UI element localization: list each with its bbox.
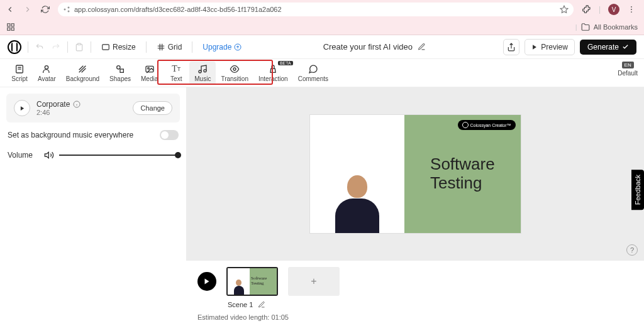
timeline: Software Testing +: [186, 261, 644, 300]
track-play-icon[interactable]: [14, 100, 30, 116]
tool-background[interactable]: Background: [61, 62, 104, 85]
canvas[interactable]: Colossyan Creator™ SoftwareTesting ?: [186, 87, 644, 261]
all-bookmarks[interactable]: All Bookmarks: [594, 23, 638, 31]
reload-icon[interactable]: [40, 4, 50, 14]
svg-marker-34: [205, 279, 209, 285]
track-name: Corporate: [36, 100, 70, 109]
tool-avatar[interactable]: Avatar: [33, 62, 61, 85]
svg-point-18: [45, 66, 48, 69]
svg-rect-9: [8, 28, 10, 30]
bg-music-label: Set as background music everywhere: [8, 131, 133, 139]
site-info-icon: [63, 6, 70, 13]
profile-avatar[interactable]: V: [608, 4, 619, 15]
slide-preview[interactable]: Colossyan Creator™ SoftwareTesting: [310, 115, 521, 233]
volume-slider[interactable]: [59, 155, 179, 156]
change-track-button[interactable]: Change: [133, 101, 172, 115]
svg-point-22: [117, 66, 120, 69]
star-icon[interactable]: [560, 5, 569, 14]
generate-button[interactable]: Generate: [580, 40, 636, 55]
svg-point-25: [147, 67, 149, 69]
share-button[interactable]: [503, 39, 519, 55]
svg-point-1: [68, 7, 69, 8]
timeline-play-icon[interactable]: [197, 272, 216, 291]
app-logo[interactable]: [8, 40, 21, 54]
forward-icon[interactable]: [23, 4, 33, 14]
resize-button[interactable]: Resize: [97, 41, 140, 53]
avatar-figure: [332, 170, 382, 233]
add-scene-button[interactable]: +: [288, 267, 340, 296]
address-bar[interactable]: app.colossyan.com/drafts/d3cec682-ad8f-4…: [58, 3, 574, 16]
svg-point-0: [64, 9, 65, 10]
svg-rect-11: [78, 43, 81, 45]
speaker-icon: [44, 150, 54, 160]
svg-point-5: [631, 9, 632, 10]
back-icon[interactable]: [5, 4, 15, 14]
svg-rect-8: [11, 23, 14, 26]
tools-toolbar: Script Avatar Background Shapes Media TT…: [0, 59, 644, 87]
document-title: Create your first AI video: [323, 42, 426, 52]
svg-marker-3: [560, 6, 568, 13]
svg-marker-33: [45, 152, 48, 158]
extensions-icon[interactable]: [581, 4, 591, 14]
music-panel: Corporate 2:46 Change Set as background …: [0, 87, 186, 326]
svg-rect-7: [8, 23, 10, 26]
paste-icon[interactable]: [74, 42, 84, 52]
svg-marker-14: [533, 45, 536, 50]
svg-rect-10: [11, 28, 14, 30]
edit-title-icon[interactable]: [418, 43, 426, 51]
svg-point-28: [233, 68, 236, 70]
apps-icon[interactable]: [6, 23, 15, 31]
bg-music-toggle[interactable]: [160, 130, 179, 140]
watermark-badge: Colossyan Creator™: [458, 120, 516, 130]
estimated-length: Estimated video length: 01:05: [186, 311, 644, 326]
bookmark-bar: | All Bookmarks: [0, 19, 644, 35]
redo-icon[interactable]: [51, 42, 61, 52]
edit-scene-icon[interactable]: [258, 301, 265, 308]
volume-label: Volume: [8, 151, 39, 160]
svg-rect-23: [120, 69, 123, 72]
track-duration: 2:46: [36, 109, 126, 116]
browser-nav: app.colossyan.com/drafts/d3cec682-ad8f-4…: [0, 0, 644, 19]
tool-text[interactable]: TTText: [163, 62, 189, 85]
tool-script[interactable]: Script: [6, 62, 33, 85]
url-text: app.colossyan.com/drafts/d3cec682-ad8f-4…: [74, 6, 282, 13]
tool-interaction[interactable]: BETAInteraction: [253, 62, 293, 85]
tool-transition[interactable]: Transition: [216, 62, 253, 85]
tool-music[interactable]: Music: [189, 62, 216, 85]
tool-shapes[interactable]: Shapes: [104, 62, 136, 85]
app-top-bar: Resize Grid Upgrade Create your first AI…: [0, 35, 644, 59]
grid-button[interactable]: Grid: [153, 41, 186, 53]
music-track-card: Corporate 2:46 Change: [6, 94, 180, 122]
svg-point-4: [631, 6, 632, 8]
scene-thumbnail[interactable]: Software Testing: [226, 267, 278, 296]
svg-point-2: [68, 11, 69, 12]
slide-title: SoftwareTesting: [421, 155, 504, 193]
svg-marker-29: [20, 106, 23, 111]
feedback-tab[interactable]: Feedback: [631, 170, 644, 210]
upgrade-button[interactable]: Upgrade: [199, 41, 245, 53]
help-icon[interactable]: ?: [626, 244, 638, 256]
preview-button[interactable]: Preview: [525, 39, 575, 55]
undo-icon[interactable]: [35, 42, 45, 52]
folder-icon: [581, 23, 590, 31]
tool-comments[interactable]: Comments: [293, 62, 333, 85]
language-selector[interactable]: EN Default: [618, 62, 638, 77]
svg-rect-12: [103, 44, 109, 49]
scene-label: Scene 1: [228, 301, 253, 308]
info-icon[interactable]: [73, 101, 80, 108]
svg-point-27: [204, 70, 206, 72]
tool-media[interactable]: Media: [136, 62, 163, 85]
svg-point-26: [199, 70, 201, 73]
svg-point-6: [631, 11, 632, 13]
kebab-icon[interactable]: [627, 5, 636, 14]
